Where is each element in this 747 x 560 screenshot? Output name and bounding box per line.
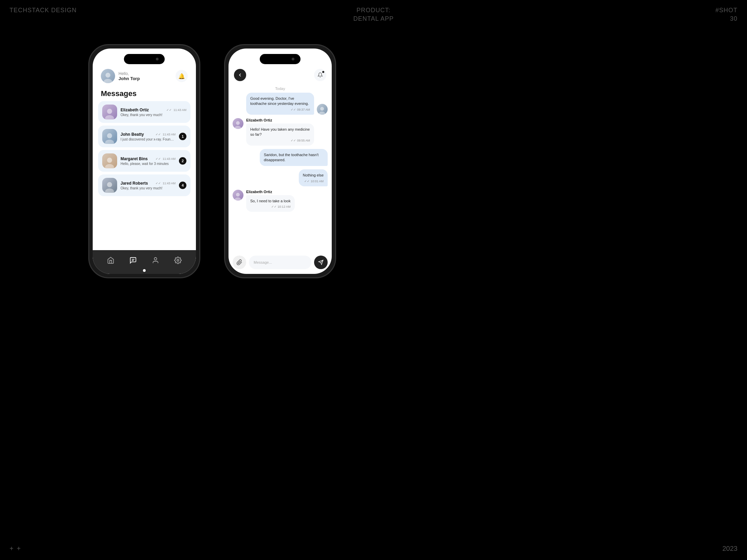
incoming-avatar-elizabeth xyxy=(233,118,243,129)
list-item[interactable]: Margaret Bins ✓✓ 11:43 AM Hello, please,… xyxy=(98,150,190,172)
svg-point-6 xyxy=(107,157,112,163)
nav-indicator-dot xyxy=(143,269,146,272)
svg-point-3 xyxy=(105,115,114,119)
contact-avatar-elizabeth xyxy=(102,105,117,119)
nav-chat-icon[interactable] xyxy=(128,256,138,265)
svg-point-5 xyxy=(105,139,114,144)
svg-point-1 xyxy=(104,79,112,83)
brand-plus-icons: + + xyxy=(10,545,21,553)
message-text: Hello! Have you taken any medicine so fa… xyxy=(250,127,310,137)
brand-studio: TECHSTACK DESIGN xyxy=(10,7,77,14)
svg-point-0 xyxy=(106,73,110,78)
svg-point-8 xyxy=(107,182,112,187)
phone1-screen: Hello, John Torp 🔔 Messages xyxy=(93,49,196,274)
contact-name: Margaret Bins xyxy=(121,156,148,161)
msg-preview-text: Hello, please, wait for 3 minutes xyxy=(121,162,176,166)
message-input[interactable]: Message... xyxy=(249,256,311,269)
unread-badge: 1 xyxy=(179,133,186,140)
message-text: Saridon, but the toothache hasn't disapp… xyxy=(264,152,324,163)
outgoing-message-nothing-else: Nothing else ✓✓ 10:01 AM xyxy=(233,169,328,186)
chat-date-separator: Today xyxy=(229,87,332,91)
island-camera-dot-1 xyxy=(156,58,159,60)
user-avatar xyxy=(101,69,115,83)
message-bubble: Good evening. Doctor, I've toothache sin… xyxy=(246,93,314,115)
message-time: ✓✓ 09:37 AM xyxy=(250,108,310,111)
messages-title: Messages xyxy=(101,89,136,98)
incoming-message-content: Elizabeth Ortiz Hello! Have you taken an… xyxy=(246,118,328,146)
message-time: ✓✓ 09:55 AM xyxy=(250,139,310,142)
phone-messages-list: Hello, John Torp 🔔 Messages xyxy=(88,44,200,278)
message-input-placeholder: Message... xyxy=(254,260,272,264)
incoming-message-2: Elizabeth Ortiz So, I need to take a loo… xyxy=(233,190,328,212)
msg-preview-text: Okey, thank you very much! xyxy=(121,186,176,190)
svg-point-19 xyxy=(235,197,241,201)
list-item[interactable]: Jared Roberts ✓✓ 11:43 AM Okey, thank yo… xyxy=(98,174,190,196)
chat-messages-area: Good evening. Doctor, I've toothache sin… xyxy=(233,93,328,251)
contact-avatar-jared xyxy=(102,178,117,193)
user-greeting-area: Hello, John Torp xyxy=(101,69,140,83)
back-button[interactable] xyxy=(234,69,246,81)
message-time: ✓✓ 10:01 AM xyxy=(303,180,324,183)
phone1-header: Hello, John Torp 🔔 xyxy=(101,69,188,83)
chat-header xyxy=(234,69,326,81)
msg-timestamp: 11:43 AM xyxy=(163,157,176,161)
incoming-message-content-2: Elizabeth Ortiz So, I need to take a loo… xyxy=(246,190,328,212)
message-bubble: Hello! Have you taken any medicine so fa… xyxy=(246,124,314,146)
greeting-text: Hello, John Torp xyxy=(119,71,140,81)
check-mark: ✓✓ xyxy=(156,157,161,161)
msg-timestamp: 11:43 AM xyxy=(163,182,176,185)
message-bubble: So, I need to take a look ✓✓ 10:12 AM xyxy=(246,195,295,212)
contact-info-margaret: Margaret Bins ✓✓ 11:43 AM Hello, please,… xyxy=(121,156,176,166)
incoming-sender-name: Elizabeth Ortiz xyxy=(246,118,328,122)
svg-point-12 xyxy=(154,258,157,260)
list-item[interactable]: John Beatty ✓✓ 11:43 AM I just discovere… xyxy=(98,126,190,147)
message-text: Good evening. Doctor, I've toothache sin… xyxy=(250,96,310,107)
contact-info-elizabeth: Elizabeth Ortiz ✓✓ 11:43 AM Okey, thank … xyxy=(121,108,186,117)
incoming-sender-name-2: Elizabeth Ortiz xyxy=(246,190,328,194)
username-label: John Torp xyxy=(119,76,140,81)
messages-list: Elizabeth Ortiz ✓✓ 11:43 AM Okey, thank … xyxy=(98,101,190,250)
svg-point-16 xyxy=(236,121,240,125)
svg-point-14 xyxy=(321,107,324,111)
svg-point-2 xyxy=(107,109,112,114)
nav-settings-icon[interactable] xyxy=(173,256,183,265)
hello-label: Hello, xyxy=(119,71,140,76)
dynamic-island-2 xyxy=(260,54,300,64)
contact-avatar-margaret xyxy=(102,153,117,168)
nav-profile-icon[interactable] xyxy=(151,256,160,265)
contact-avatar-beatty xyxy=(102,129,117,144)
svg-point-9 xyxy=(105,188,114,193)
notification-button-1[interactable]: 🔔 xyxy=(176,70,188,82)
message-text: So, I need to take a look xyxy=(250,199,291,204)
svg-point-7 xyxy=(105,164,114,168)
island-camera-dot-2 xyxy=(292,58,294,60)
dynamic-island-1 xyxy=(124,54,165,64)
outgoing-avatar xyxy=(317,104,328,115)
message-bubble: Saridon, but the toothache hasn't disapp… xyxy=(260,149,328,166)
svg-point-18 xyxy=(236,193,240,197)
check-mark: ✓✓ xyxy=(156,133,161,136)
message-time: ✓✓ 10:12 AM xyxy=(250,205,291,208)
unread-badge: 4 xyxy=(179,182,186,189)
notification-dot xyxy=(322,71,324,73)
list-item[interactable]: Elizabeth Ortiz ✓✓ 11:43 AM Okey, thank … xyxy=(98,101,190,123)
msg-timestamp: 11:43 AM xyxy=(174,108,186,112)
nav-home-icon[interactable] xyxy=(106,256,115,265)
check-mark: ✓✓ xyxy=(166,108,172,112)
svg-point-13 xyxy=(177,259,179,261)
brand-shot: #SHOT 30 xyxy=(715,6,737,23)
contact-name: Jared Roberts xyxy=(121,181,148,186)
incoming-message: Elizabeth Ortiz Hello! Have you taken an… xyxy=(233,118,328,146)
contact-info-jared: Jared Roberts ✓✓ 11:43 AM Okey, thank yo… xyxy=(121,181,176,190)
msg-preview-text: I just discovered your x-ray. Found some… xyxy=(121,137,176,141)
notification-button-2[interactable] xyxy=(314,69,326,81)
outgoing-message: Good evening. Doctor, I've toothache sin… xyxy=(233,93,328,115)
phone-chat: Today Good evening. Doctor, I've toothac… xyxy=(224,44,336,278)
contact-info-beatty: John Beatty ✓✓ 11:43 AM I just discovere… xyxy=(121,132,176,141)
outgoing-message-simple: Saridon, but the toothache hasn't disapp… xyxy=(233,149,328,166)
send-button[interactable] xyxy=(314,256,328,269)
message-text: Nothing else xyxy=(303,173,324,178)
brand-year: 2023 xyxy=(723,545,738,553)
contact-name: John Beatty xyxy=(121,132,144,137)
attach-button[interactable] xyxy=(233,256,246,269)
